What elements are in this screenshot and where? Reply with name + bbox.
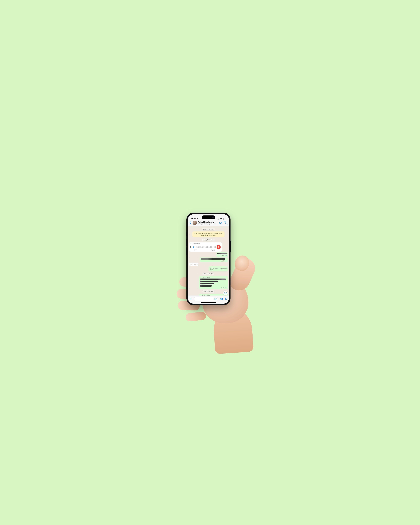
read-receipt-icon: ✓✓: [225, 287, 227, 289]
message-time: 03:19: [221, 287, 224, 289]
message-outgoing[interactable]: 19:15 ✓✓: [200, 257, 228, 262]
volume-down-button: [186, 248, 187, 255]
date-divider: sex., 7 de out.: [202, 272, 214, 275]
svg-rect-0: [217, 219, 217, 220]
volume-up-button: [186, 239, 187, 246]
redacted-text: [200, 281, 218, 282]
message-deleted-outgoing[interactable]: Mensagem apagada 20:26: [209, 266, 228, 271]
play-icon[interactable]: [190, 246, 192, 248]
message-outgoing-forwarded[interactable]: Encaminhada 03:19 ✓✓: [199, 276, 228, 289]
read-receipt-icon: ✓✓: [225, 260, 227, 262]
date-divider: dom., 9 de out.: [202, 290, 214, 293]
message-incoming[interactable]: Sim 19:21: [189, 263, 198, 266]
mic-avatar-icon: [217, 245, 221, 249]
voice-call-button[interactable]: [224, 221, 228, 224]
message-time: 19:15: [221, 255, 224, 256]
svg-rect-2: [218, 218, 219, 220]
avatar[interactable]: [192, 221, 197, 225]
svg-point-11: [221, 299, 222, 300]
read-receipt-icon: ✓✓: [225, 255, 227, 256]
attach-button[interactable]: [190, 298, 192, 300]
date-divider: seg., 19 de set.: [202, 239, 215, 241]
voice-record-button[interactable]: [224, 297, 228, 300]
svg-line-6: [210, 268, 211, 268]
contact-last-seen: visto por último hoje às 18:37: [198, 223, 218, 225]
wifi-icon: [220, 218, 222, 220]
redacted-text: [200, 283, 214, 284]
chat-header: Rafael Fischmann visto por último hoje à…: [188, 220, 229, 226]
redacted-text: [200, 279, 226, 280]
video-call-button[interactable]: [219, 221, 222, 224]
home-indicator: [201, 302, 216, 303]
camera-button[interactable]: [220, 297, 223, 300]
svg-rect-12: [226, 298, 226, 299]
scroll-to-bottom-button[interactable]: [223, 291, 228, 295]
forwarded-label: Encaminhada: [200, 277, 227, 278]
voice-waveform[interactable]: [195, 246, 216, 248]
back-button[interactable]: [189, 221, 191, 225]
voice-elapsed: 2:20: [194, 250, 196, 251]
message-text: Sim: [190, 263, 193, 265]
mute-switch: [186, 232, 187, 236]
message-time: 19:15: [221, 260, 224, 262]
svg-point-7: [225, 292, 227, 294]
prohibited-icon: [210, 267, 211, 269]
cellular-signal-icon: [217, 218, 219, 220]
chat-body[interactable]: dom., 18 de set. Seu código de segurança…: [188, 226, 229, 296]
voice-timestamp: 19:00: [212, 250, 215, 251]
location-arrow-icon: [197, 218, 198, 220]
deleted-text: Mensagem apagada: [212, 267, 227, 269]
status-time: 18:48: [191, 218, 196, 220]
security-code-notice[interactable]: Seu código de segurança com Rafael mudou…: [192, 232, 224, 237]
dynamic-island: [202, 216, 215, 219]
contact-info[interactable]: Rafael Fischmann visto por último hoje à…: [198, 221, 218, 225]
date-divider: dom., 18 de set.: [202, 228, 215, 230]
power-button: [230, 241, 231, 252]
redacted-text: [201, 258, 225, 260]
mockup-stage: 18:48 35: [146, 182, 274, 343]
battery-percentage: 35: [224, 218, 225, 220]
svg-rect-4: [220, 222, 221, 224]
redacted-text: [218, 253, 227, 254]
svg-rect-1: [218, 219, 218, 220]
voice-message-incoming[interactable]: Encaminhada: [189, 242, 222, 252]
battery-indicator: 35: [223, 218, 226, 220]
message-time: 19:21: [194, 264, 197, 265]
message-input[interactable]: [194, 297, 218, 301]
phone-screen: 18:48 35: [188, 214, 229, 304]
contact-name: Rafael Fischmann: [198, 221, 218, 223]
forwarded-label: Encaminhada: [190, 243, 221, 244]
message-outgoing[interactable]: 19:15 ✓✓: [216, 252, 228, 257]
phone-frame: 18:48 35: [186, 213, 230, 305]
sticker-button[interactable]: [214, 298, 217, 300]
message-input-bar: [188, 296, 229, 304]
redacted-text: [200, 285, 211, 287]
message-time: 20:26: [210, 269, 213, 271]
voice-progress-dot[interactable]: [193, 246, 194, 248]
svg-rect-3: [219, 218, 219, 220]
